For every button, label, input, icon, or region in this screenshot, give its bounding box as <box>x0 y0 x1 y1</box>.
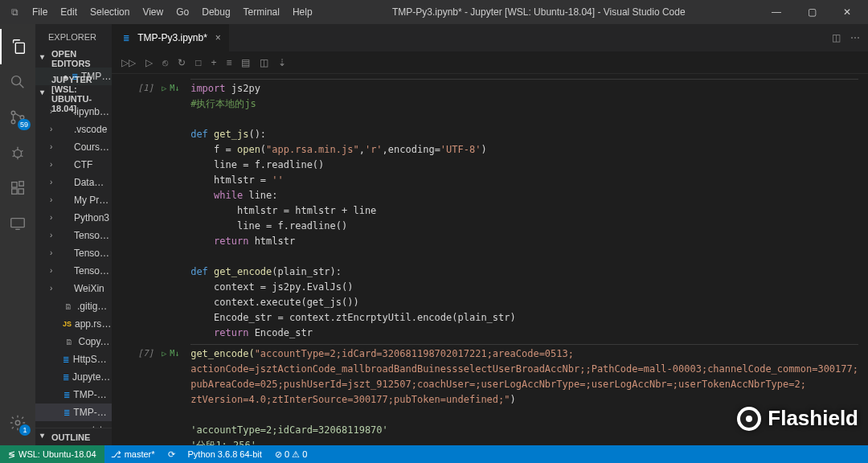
chevron-right-icon: › <box>50 195 52 204</box>
txt-icon: 🗎 <box>63 302 74 311</box>
minimize-icon[interactable]: — <box>759 0 794 24</box>
tree-item[interactable]: ›TensorFlow 十课 <box>35 244 112 262</box>
tree-label: Coursera <box>74 141 112 153</box>
tool-interrupt-icon[interactable]: □ <box>195 57 201 68</box>
tree-item[interactable]: ›My Project <box>35 191 112 209</box>
svg-point-0 <box>12 76 21 85</box>
status-python[interactable]: Python 3.6.8 64-bit <box>182 449 268 459</box>
chevron-right-icon: › <box>50 284 52 293</box>
chevron-right-icon: › <box>50 231 52 240</box>
tool-run-all-icon[interactable]: ▷▷ <box>121 57 136 68</box>
tree-item[interactable]: JSapp.rsa.min.js <box>35 315 112 333</box>
split-editor-icon[interactable]: ◫ <box>832 32 841 43</box>
svg-point-2 <box>11 120 15 124</box>
close-icon[interactable]: ✕ <box>829 0 865 24</box>
window-controls: — ▢ ✕ <box>759 0 865 24</box>
menu-selection[interactable]: Selection <box>84 3 136 21</box>
menu-bar: File Edit Selection View Go Debug Termin… <box>26 3 319 21</box>
tree-item[interactable]: 🗎uu.txt <box>35 421 112 428</box>
tab-bar: ≣ TMP-Py3.ipynb* × ◫ ⋯ <box>112 24 868 51</box>
menu-edit[interactable]: Edit <box>54 3 84 21</box>
status-bar: ≶ WSL: Ubuntu-18.04 ⎇ master* ⟳ Python 3… <box>0 445 868 463</box>
outline-header[interactable]: Outline <box>35 428 112 445</box>
tree-item[interactable]: ›CTF <box>35 156 112 174</box>
activity-search-icon[interactable] <box>0 64 35 100</box>
tool-add-cell-icon[interactable]: + <box>211 57 216 68</box>
workspace-header[interactable]: Jupyter [WSL: Ubuntu-18.04] <box>35 85 112 103</box>
tree-label: TMP-Py3.ipynb <box>73 407 112 418</box>
tree-item[interactable]: ›DataMining <box>35 174 112 191</box>
cell-code[interactable]: import js2py #执行本地的js def get_js(): f = … <box>190 79 858 341</box>
tree-item[interactable]: ≣TMP-Py2.ipynb <box>35 386 112 404</box>
run-cell-icon[interactable]: ▷ <box>162 346 166 445</box>
status-remote[interactable]: ≶ WSL: Ubuntu-18.04 <box>0 445 104 463</box>
tab-active[interactable]: ≣ TMP-Py3.ipynb* × <box>112 24 230 51</box>
status-branch[interactable]: ⎇ master* <box>104 449 162 460</box>
menu-terminal[interactable]: Terminal <box>237 3 286 21</box>
menu-view[interactable]: View <box>136 3 170 21</box>
menu-debug[interactable]: Debug <box>195 3 236 21</box>
tool-export-icon[interactable]: ⇣ <box>278 57 286 68</box>
activity-explorer-icon[interactable] <box>0 29 35 64</box>
settings-badge: 1 <box>19 424 31 436</box>
activity-extensions-icon[interactable] <box>0 170 35 206</box>
tree-item[interactable]: 🗎Copy.txt <box>35 333 112 350</box>
tree-item[interactable]: ≣Jupyter Notebook Magic.ipynb <box>35 368 112 386</box>
tool-variables-icon[interactable]: ▤ <box>241 57 250 68</box>
tree-label: TensorFlow <box>74 230 112 241</box>
markdown-icon[interactable]: M↓ <box>170 346 179 445</box>
markdown-icon[interactable]: M↓ <box>170 80 179 341</box>
tree-label: .vscode <box>74 124 107 135</box>
tree-item[interactable]: ≣HttpServer.ipynb <box>35 350 112 368</box>
tree-item[interactable]: 🗎.gitignore <box>35 297 112 315</box>
activity-scm-icon[interactable]: 59 <box>0 100 35 135</box>
chevron-right-icon: › <box>50 178 52 186</box>
activity-debug-icon[interactable] <box>0 135 35 170</box>
tree-label: .ipynb_checkpoints <box>74 106 112 117</box>
tree-item[interactable]: ≣TMP-Py3.ipynb <box>35 404 112 421</box>
notebook-icon: ≣ <box>120 34 133 43</box>
tree-item[interactable]: ›Python3 <box>35 209 112 227</box>
tool-save-icon[interactable]: ◫ <box>260 57 268 68</box>
tool-restart-icon[interactable]: ↻ <box>178 57 186 68</box>
chevron-right-icon: › <box>50 107 52 116</box>
tool-run-icon[interactable]: ▷ <box>145 57 153 68</box>
maximize-icon[interactable]: ▢ <box>794 0 829 24</box>
sidebar-header: Explorer <box>35 24 112 50</box>
code-cell-7[interactable]: [7] ▷M↓ get_encode("accountType=2;idCard… <box>121 344 858 445</box>
tree-item[interactable]: ›TensorFlow 实战Google深度学习框架 <box>35 262 112 280</box>
tree-item[interactable]: ›.vscode <box>35 121 112 138</box>
svg-point-1 <box>11 111 15 115</box>
svg-rect-7 <box>18 189 23 194</box>
tab-close-icon[interactable]: × <box>215 32 221 43</box>
tool-run-below-icon[interactable]: ⎋ <box>162 57 168 68</box>
tool-clear-out-icon[interactable]: ≡ <box>226 57 231 68</box>
chevron-right-icon: › <box>50 142 52 151</box>
tree-item[interactable]: ›TensorFlow <box>35 227 112 244</box>
tree-label: My Project <box>74 195 112 206</box>
status-sync-icon[interactable]: ⟳ <box>162 449 182 460</box>
menu-file[interactable]: File <box>26 3 54 21</box>
notebook-icon: ≣ <box>63 391 70 399</box>
activity-settings-icon[interactable]: 1 <box>0 405 35 440</box>
tree-label: CTF <box>74 159 92 170</box>
cells-container[interactable]: [1] ▷M↓ import js2py #执行本地的js def get_js… <box>112 74 868 445</box>
activity-remote-icon[interactable] <box>0 206 35 241</box>
menu-go[interactable]: Go <box>170 3 195 21</box>
vscode-logo-icon: ⧉ <box>3 6 26 18</box>
tree-item[interactable]: ›WeiXin <box>35 280 112 297</box>
open-editors-header[interactable]: Open Editors <box>35 50 112 68</box>
run-cell-icon[interactable]: ▷ <box>162 80 166 341</box>
tree-item[interactable]: ›.ipynb_checkpoints <box>35 103 112 121</box>
tree-label: TensorFlow 十课 <box>74 247 112 260</box>
chevron-right-icon: › <box>50 213 52 222</box>
status-problems[interactable]: ⊘ 0 ⚠ 0 <box>268 449 313 460</box>
tree-item[interactable]: ›Coursera <box>35 138 112 156</box>
cell-code[interactable]: get_encode("accountType=2;idCard=3206811… <box>190 344 858 445</box>
file-tree: ›.ipynb_checkpoints›.vscode›Coursera›CTF… <box>35 103 112 428</box>
chevron-right-icon: › <box>50 248 52 257</box>
window-title: TMP-Py3.ipynb* - Jupyter [WSL: Ubuntu-18… <box>319 6 759 18</box>
code-cell-1[interactable]: [1] ▷M↓ import js2py #执行本地的js def get_js… <box>121 79 858 341</box>
more-actions-icon[interactable]: ⋯ <box>850 32 860 43</box>
menu-help[interactable]: Help <box>286 3 319 21</box>
